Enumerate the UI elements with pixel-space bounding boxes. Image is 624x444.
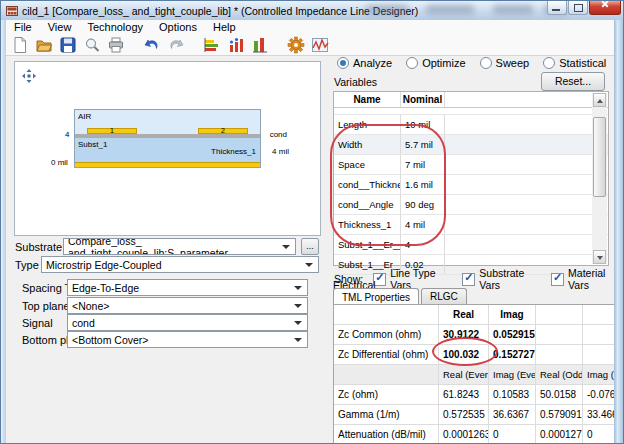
table-row-partial [334, 108, 608, 115]
scroll-up-icon[interactable] [593, 93, 606, 107]
electrical-tabs: TML Properties RLGC [333, 288, 469, 304]
bar-dot-chart-icon[interactable] [226, 36, 246, 54]
chevron-down-icon [305, 263, 313, 267]
new-file-icon[interactable] [10, 36, 30, 54]
redo-icon[interactable] [166, 36, 186, 54]
chevron-down-icon [294, 338, 302, 342]
cross-section-canvas[interactable]: AIR 1 2 Subst_1 Thickness_1 4 0 mil cond… [14, 61, 321, 236]
annotation-oval-variables [330, 124, 446, 246]
radio-statistical[interactable]: Statistical [543, 57, 606, 69]
thickness-label: Thickness_1 [211, 147, 256, 156]
blurred-region [366, 5, 408, 14]
variables-label: Variables [334, 76, 377, 88]
substrate-label: Subst_1 [78, 140, 107, 149]
window-border-right [614, 20, 623, 443]
type-select[interactable]: Microstrip Edge-Coupled [41, 256, 319, 273]
impedance-header-row: Real Imag [334, 305, 617, 325]
radio-icon [480, 57, 492, 69]
open-folder-icon[interactable] [34, 36, 54, 54]
zc-row: Zc (ohm) 61.8243 0.10583 50.0158 -0.0763… [334, 385, 617, 405]
title-bar: cild_1 [Compare_loss_ and_tight_couple_l… [1, 1, 624, 21]
dim-bottom-label: 0 mil [51, 158, 68, 167]
tab-tml-properties[interactable]: TML Properties [333, 288, 419, 304]
bottom-plane-select[interactable]: <Bottom Cover> [67, 331, 308, 348]
scroll-down-icon[interactable] [593, 250, 606, 264]
signal-label: Signal [22, 317, 53, 329]
col-header-nominal[interactable]: Nominal [401, 92, 445, 107]
top-plane-select[interactable]: <None> [67, 297, 308, 314]
chevron-down-icon [294, 304, 302, 308]
stacked-bar-chart-icon[interactable] [202, 36, 222, 54]
variables-scrollbar[interactable] [592, 93, 607, 264]
checkbox-material-vars[interactable] [551, 273, 564, 286]
menu-file[interactable]: File [6, 21, 40, 33]
print-icon[interactable] [106, 36, 126, 54]
substrate-browse-button[interactable]: ... [301, 238, 319, 255]
annotation-circle-zc-differential [432, 337, 498, 366]
thickness-value-label: 4 mil [272, 147, 289, 156]
maximize-button[interactable] [568, 1, 588, 15]
blurred-region [426, 5, 474, 14]
radio-optimize[interactable]: Optimize [406, 57, 465, 69]
column-chart-icon[interactable] [250, 36, 270, 54]
col-header-name[interactable]: Name [334, 92, 401, 107]
toolbar [6, 34, 614, 56]
menu-help[interactable]: Help [205, 21, 244, 33]
cond-label: cond [270, 130, 287, 139]
dim-top-label: 4 [65, 130, 69, 139]
app-window: cild_1 [Compare_loss_ and_tight_couple_l… [0, 0, 624, 444]
move-cursor-icon[interactable] [22, 69, 36, 83]
scrollbar-thumb[interactable] [593, 117, 606, 197]
radio-sweep[interactable]: Sweep [480, 57, 530, 69]
window-title: cild_1 [Compare_loss_ and_tight_couple_l… [22, 5, 418, 17]
close-button[interactable] [589, 1, 621, 15]
tab-rlgc[interactable]: RLGC [421, 288, 467, 304]
minimize-icon [552, 9, 560, 11]
gear-icon[interactable] [286, 36, 306, 54]
tml-properties-table: Real Imag Zc Common (ohm) 30.9122 0.0529… [333, 304, 617, 444]
menu-bar: File View Technology Options Help [6, 20, 614, 34]
chevron-down-icon [294, 286, 302, 290]
save-icon[interactable] [58, 36, 78, 54]
spacing-type-select[interactable]: Edge-To-Edge [67, 279, 308, 296]
bottom-cover-layer [75, 162, 260, 167]
analysis-mode-group: Analyze Optimize Sweep Statistical [337, 57, 620, 69]
menu-view[interactable]: View [40, 21, 80, 33]
mode-header-row: Real (Even) Imag (Even) Real (Odd) Imag … [334, 365, 617, 385]
radio-icon [543, 57, 555, 69]
chevron-down-icon [282, 245, 290, 249]
top-plane-label: Top plane [22, 300, 70, 312]
signal-select[interactable]: cond [67, 314, 308, 331]
window-controls [546, 1, 621, 15]
radio-analyze[interactable]: Analyze [337, 57, 392, 69]
radio-icon [406, 57, 418, 69]
blurred-region [493, 5, 533, 14]
menu-technology[interactable]: Technology [79, 21, 151, 33]
maximize-icon [574, 4, 583, 12]
substrate-label: Substrate [15, 241, 62, 253]
checkbox-substrate-vars[interactable] [462, 273, 475, 286]
minimize-button[interactable] [547, 1, 567, 15]
zoom-icon[interactable] [82, 36, 102, 54]
app-icon [6, 5, 18, 17]
stackup-diagram: AIR 1 2 Subst_1 Thickness_1 4 0 mil cond… [74, 109, 261, 168]
type-label: Type [15, 259, 39, 271]
menu-options[interactable]: Options [151, 21, 205, 33]
waveform-icon[interactable] [310, 36, 330, 54]
radio-selected-icon [337, 57, 349, 69]
variables-table-header: Name Nominal [334, 92, 608, 108]
undo-icon[interactable] [142, 36, 162, 54]
reset-button[interactable]: Reset... [541, 72, 605, 91]
window-border-left [1, 20, 6, 443]
chevron-down-icon [294, 321, 302, 325]
substrate-select[interactable]: Compare_loss_ and_tight_couple_lib:S_par… [63, 238, 296, 255]
air-label: AIR [78, 112, 91, 121]
attenuation-dbmil-row: Attenuation (dB/mil) 0.000126314 0 0.000… [334, 425, 617, 444]
gamma-row: Gamma (1/m) 0.572535 36.6367 0.579091 33… [334, 405, 617, 425]
